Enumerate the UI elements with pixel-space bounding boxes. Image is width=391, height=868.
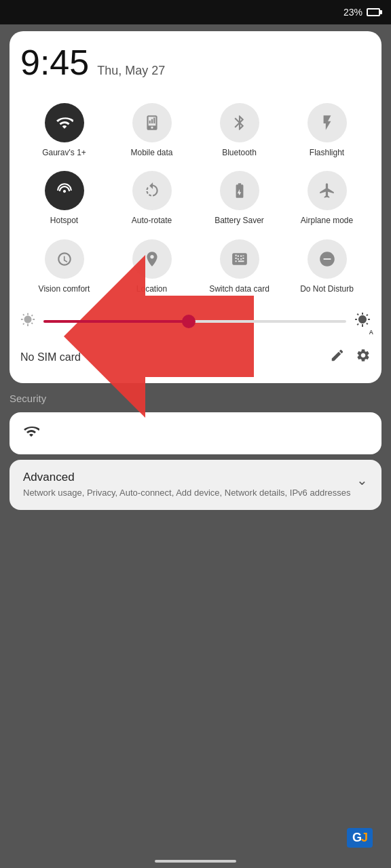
bluetooth-icon <box>231 114 248 132</box>
toggle-circle-location <box>132 239 172 279</box>
airplane-mode-icon <box>318 182 336 199</box>
sim-row: No SIM card <box>20 345 371 370</box>
toggle-circle-auto-rotate <box>132 171 172 210</box>
toggle-circle-mobile-data <box>132 103 172 142</box>
toggle-label-battery-saver: Battery Saver <box>215 216 264 225</box>
advanced-header: Advanced Network usage, Privacy, Auto-co… <box>23 471 368 499</box>
brightness-thumb <box>182 315 196 328</box>
settings-icon[interactable] <box>356 348 371 367</box>
toggle-label-bluetooth: Bluetooth <box>222 148 257 157</box>
chevron-down-icon[interactable]: ⌄ <box>356 472 368 488</box>
toggle-circle-bluetooth <box>220 103 259 142</box>
toggle-circle-airplane-mode <box>308 171 347 210</box>
status-bar: 23% <box>0 0 391 24</box>
toggle-label-mobile-data: Mobile data <box>130 148 172 157</box>
toggle-label-vision-comfort: Vision comfort <box>39 284 90 294</box>
brightness-slider[interactable] <box>43 320 346 323</box>
toggle-label-hotspot: Hotspot <box>50 216 78 225</box>
toggle-label-location: Location <box>136 284 167 294</box>
toggle-hotspot[interactable]: Hotspot <box>20 164 108 232</box>
advanced-subtitle: Network usage, Privacy, Auto-connect, Ad… <box>23 487 350 499</box>
wifi-icon <box>56 114 73 132</box>
do-not-disturb-icon <box>318 250 336 268</box>
gadgets-to-use-logo: GJ <box>338 821 381 854</box>
toggle-do-not-disturb[interactable]: Do Not Disturb <box>283 233 371 300</box>
toggle-circle-battery-saver <box>220 171 259 210</box>
network-wifi-icon <box>23 423 39 443</box>
location-icon <box>143 250 161 268</box>
toggle-auto-rotate[interactable]: Auto-rotate <box>108 164 196 232</box>
toggle-battery-saver[interactable]: Battery Saver <box>196 164 283 232</box>
toggle-circle-vision-comfort <box>45 239 84 279</box>
hotspot-icon <box>56 182 73 199</box>
toggle-flashlight[interactable]: Flashlight <box>283 96 371 164</box>
toggle-mobile-data[interactable]: Mobile data <box>108 96 196 164</box>
security-section: Security <box>0 390 391 407</box>
brightness-fill <box>43 320 189 323</box>
brightness-high-icon: A <box>354 311 371 332</box>
toggle-grid: Gaurav's 1+ Mobile data Bluetooth <box>20 96 371 300</box>
edit-icon[interactable] <box>330 348 345 367</box>
nav-indicator <box>155 860 236 863</box>
battery-percentage: 23% <box>343 7 362 18</box>
current-date: Thu, May 27 <box>97 64 165 78</box>
network-card[interactable] <box>10 412 381 454</box>
toggle-circle-flashlight <box>308 103 347 142</box>
brightness-row: A <box>20 311 371 332</box>
auto-rotate-icon <box>143 182 161 199</box>
flashlight-icon <box>318 114 336 132</box>
toggle-label-wifi: Gaurav's 1+ <box>42 148 86 157</box>
toggle-circle-switch-data-card <box>220 239 259 279</box>
switch-data-card-icon <box>231 250 248 268</box>
toggle-label-airplane-mode: Airplane mode <box>301 216 353 225</box>
battery-saver-icon <box>231 182 248 199</box>
vision-comfort-icon <box>56 250 73 268</box>
sim-label: No SIM card <box>20 351 81 363</box>
toggle-bluetooth[interactable]: Bluetooth <box>196 96 283 164</box>
sim-actions <box>330 348 371 367</box>
brightness-low-icon <box>20 312 35 331</box>
toggle-label-switch-data-card: Switch data card <box>209 284 269 294</box>
quick-settings-panel: 9:45 Thu, May 27 Gaurav's 1+ <box>10 31 381 383</box>
toggle-circle-do-not-disturb <box>308 239 347 279</box>
toggle-circle-wifi <box>45 103 84 142</box>
toggle-wifi[interactable]: Gaurav's 1+ <box>20 96 108 164</box>
toggle-label-auto-rotate: Auto-rotate <box>132 216 172 225</box>
toggle-airplane-mode[interactable]: Airplane mode <box>283 164 371 232</box>
mobile-data-icon <box>143 114 161 132</box>
advanced-card[interactable]: Advanced Network usage, Privacy, Auto-co… <box>10 460 381 510</box>
toggle-location[interactable]: Location <box>108 233 196 300</box>
toggle-switch-data-card[interactable]: Switch data card <box>196 233 283 300</box>
toggle-circle-hotspot <box>45 171 84 210</box>
time-row: 9:45 Thu, May 27 <box>20 45 371 80</box>
toggle-label-do-not-disturb: Do Not Disturb <box>300 284 354 294</box>
advanced-title: Advanced <box>23 471 350 484</box>
battery-icon <box>367 8 380 16</box>
toggle-label-flashlight: Flashlight <box>310 148 344 157</box>
current-time: 9:45 <box>20 45 89 80</box>
toggle-vision-comfort[interactable]: Vision comfort <box>20 233 108 300</box>
